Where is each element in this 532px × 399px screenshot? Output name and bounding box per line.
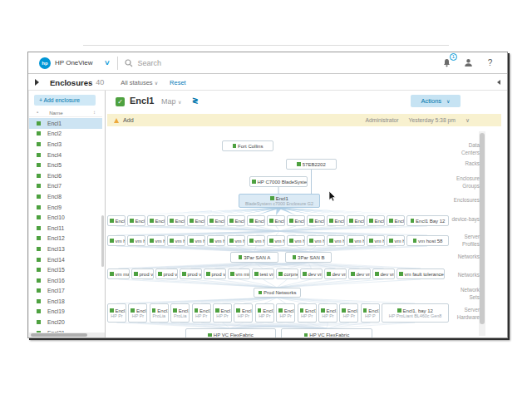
server-profile-node[interactable]: vm hos bbox=[247, 235, 265, 246]
server-profile-node[interactable]: vm hos bbox=[387, 235, 405, 246]
scrollbar-thumb[interactable] bbox=[480, 133, 485, 324]
enclosure-list-item[interactable]: Encl19 bbox=[29, 307, 102, 318]
network-node[interactable]: prod vm bbox=[155, 268, 178, 279]
activity-banner[interactable]: Add Administrator Yesterday 5:38 pm ∨ bbox=[107, 114, 501, 126]
sort-icon[interactable]: ↕ bbox=[93, 110, 96, 115]
add-enclosure-button[interactable]: + Add enclosure bbox=[34, 95, 96, 106]
map-vertical-scrollbar[interactable] bbox=[479, 131, 485, 336]
enclosure-list-item[interactable]: Encl4 bbox=[29, 150, 102, 160]
network-set-node[interactable]: Prod Networks bbox=[254, 288, 301, 298]
rack-node[interactable]: 57EB2202 bbox=[286, 159, 337, 170]
enclosure-list-item[interactable]: Encl16 bbox=[29, 275, 102, 286]
enclosure-list-item[interactable]: Encl10 bbox=[29, 212, 102, 223]
network-node[interactable]: dev vm bbox=[372, 268, 395, 279]
enclosure-list-item[interactable]: Encl5 bbox=[29, 160, 102, 170]
server-profile-node[interactable]: vm hos bbox=[287, 235, 305, 246]
activity-chevron-icon[interactable]: ∨ bbox=[466, 117, 470, 124]
relationships-toggle-icon[interactable]: ≷ bbox=[192, 96, 199, 105]
server-profile-node[interactable]: vm hos bbox=[347, 235, 365, 246]
device-bay-node[interactable]: Encl1 bbox=[287, 215, 305, 226]
device-bay-node[interactable]: Encl1 bbox=[307, 215, 325, 226]
enclosure-list-item[interactable]: Encl2 bbox=[29, 129, 102, 140]
search-input[interactable]: Search bbox=[125, 59, 441, 67]
help-button[interactable]: ? bbox=[485, 57, 495, 68]
enclosure-list-item[interactable]: Encl13 bbox=[29, 244, 102, 254]
device-bay-node[interactable]: Encl1 bbox=[127, 215, 145, 226]
network-node[interactable]: prod vm bbox=[204, 268, 226, 279]
enclosure-list-item[interactable]: Encl6 bbox=[29, 170, 102, 181]
selected-enclosure-node[interactable]: Encl1BladeSystem c7000 Enclosure G2 bbox=[239, 194, 320, 208]
server-hardware-node[interactable]: Encl1,HP Pr bbox=[234, 303, 253, 323]
server-profile-node[interactable]: vm hos bbox=[227, 235, 245, 246]
device-bay-node[interactable]: Encl1 bbox=[247, 215, 265, 226]
enclosure-list-item[interactable]: Encl9 bbox=[29, 202, 102, 213]
network-node[interactable]: vm man bbox=[107, 268, 130, 279]
network-node[interactable]: prod vm bbox=[131, 268, 154, 279]
user-menu-button[interactable] bbox=[463, 57, 474, 68]
device-bay-node[interactable]: Encl1 bbox=[167, 215, 185, 226]
name-column-header[interactable]: Name bbox=[49, 110, 63, 116]
notifications-button[interactable]: 1 bbox=[441, 57, 452, 68]
device-bay-node[interactable]: Encl1 bbox=[347, 215, 365, 226]
enclosure-list-item[interactable]: Encl1 bbox=[29, 118, 102, 129]
network-node[interactable]: prod vm bbox=[180, 268, 202, 279]
reset-link[interactable]: Reset bbox=[170, 79, 186, 86]
enclosure-list-item[interactable]: Encl3 bbox=[29, 139, 102, 150]
enclosure-list-item[interactable]: Encl14 bbox=[29, 254, 102, 265]
server-profile-node[interactable]: vm hos bbox=[107, 235, 126, 246]
enclosure-list-item[interactable]: Encl12 bbox=[29, 234, 102, 244]
device-bay-node[interactable]: Encl1 bbox=[227, 215, 245, 226]
network-node[interactable]: test vm1 bbox=[252, 268, 274, 279]
enclosure-list-item[interactable]: Encl15 bbox=[29, 264, 102, 275]
brand-chevron-down-icon[interactable]: ∨ bbox=[103, 59, 110, 66]
server-hardware-node[interactable]: Encl1,HP Pr bbox=[298, 303, 317, 323]
enclosure-list-item[interactable]: Encl11 bbox=[29, 223, 102, 234]
server-profile-node[interactable]: vm hos bbox=[367, 235, 385, 246]
server-hardware-node[interactable]: Encl1, bay 12HP ProLiant BL460c Gen8 bbox=[382, 303, 449, 323]
enclosure-list-item[interactable]: Encl20 bbox=[29, 317, 102, 328]
network-node[interactable]: vm fault tolerance bbox=[397, 268, 445, 279]
server-hardware-node[interactable]: Encl1,HP Pr bbox=[255, 303, 274, 323]
server-profile-node[interactable]: vm host 58 bbox=[406, 235, 449, 246]
server-hardware-node[interactable]: Encl1,HP Pr bbox=[192, 303, 211, 323]
server-hardware-node[interactable]: Encl1,HP Pr bbox=[276, 303, 295, 323]
scrollbar-thumb[interactable] bbox=[31, 333, 87, 337]
device-bay-node[interactable]: Encl1 bbox=[327, 215, 345, 226]
server-profile-node[interactable]: vm hos bbox=[147, 235, 165, 246]
expand-menu-icon[interactable] bbox=[35, 79, 39, 86]
san-network-node[interactable]: 3Par SAN B bbox=[285, 252, 332, 263]
server-profile-node[interactable]: vm hos bbox=[307, 235, 325, 246]
network-node[interactable]: dev vm4 bbox=[324, 268, 347, 279]
server-hardware-node[interactable]: Encl1,HP Pr bbox=[107, 303, 126, 323]
server-hardware-node[interactable]: Encl1,HP Pr bbox=[339, 303, 358, 323]
list-header[interactable]: ▪ Name ↕ bbox=[29, 108, 102, 117]
collapse-panel-icon[interactable] bbox=[497, 80, 500, 85]
sidebar-vertical-scrollbar[interactable] bbox=[101, 215, 104, 267]
server-hardware-node[interactable]: Encl1,ProLia bbox=[170, 303, 190, 323]
enclosure-list-item[interactable]: Encl8 bbox=[29, 191, 102, 202]
sidebar-horizontal-scrollbar[interactable] bbox=[29, 332, 106, 337]
device-bay-node[interactable]: Encl1 bbox=[367, 215, 385, 226]
status-filter[interactable]: All statuses ∨ bbox=[121, 79, 158, 86]
server-hardware-node[interactable]: Encl1,HP Pr bbox=[128, 303, 147, 323]
device-bay-node[interactable]: Encl1 bbox=[107, 215, 126, 226]
server-profile-node[interactable]: vm hos bbox=[187, 235, 205, 246]
view-selector[interactable]: Map ∨ bbox=[161, 97, 181, 106]
enclosure-group-node[interactable]: HP C7000 BladeSystem bbox=[249, 176, 308, 187]
interconnect-node[interactable]: HP VC FlexFabric bbox=[185, 328, 276, 337]
enclosure-list-item[interactable]: Encl17 bbox=[29, 286, 102, 297]
device-bay-node[interactable]: Encl1 bbox=[387, 215, 405, 226]
network-node[interactable]: vm migr bbox=[228, 268, 250, 279]
device-bay-node[interactable]: Encl1 bbox=[147, 215, 165, 226]
enclosure-list-item[interactable]: Encl18 bbox=[29, 296, 102, 307]
interconnect-node[interactable]: HP VC FlexFabric bbox=[281, 328, 372, 337]
san-network-node[interactable]: 3Par SAN A bbox=[230, 252, 278, 263]
device-bay-node[interactable]: Encl1 Bay 12 bbox=[406, 215, 449, 226]
server-profile-node[interactable]: vm hos bbox=[207, 235, 225, 246]
server-profile-node[interactable]: vm hos bbox=[167, 235, 185, 246]
server-hardware-node[interactable]: Encl1,HP Pr bbox=[318, 303, 337, 323]
server-profile-node[interactable]: vm hos bbox=[267, 235, 285, 246]
network-node[interactable]: dev vm2 bbox=[348, 268, 371, 279]
server-hardware-node[interactable]: Encl1,HP P bbox=[361, 303, 380, 323]
actions-button[interactable]: Actions∨ bbox=[411, 95, 461, 107]
